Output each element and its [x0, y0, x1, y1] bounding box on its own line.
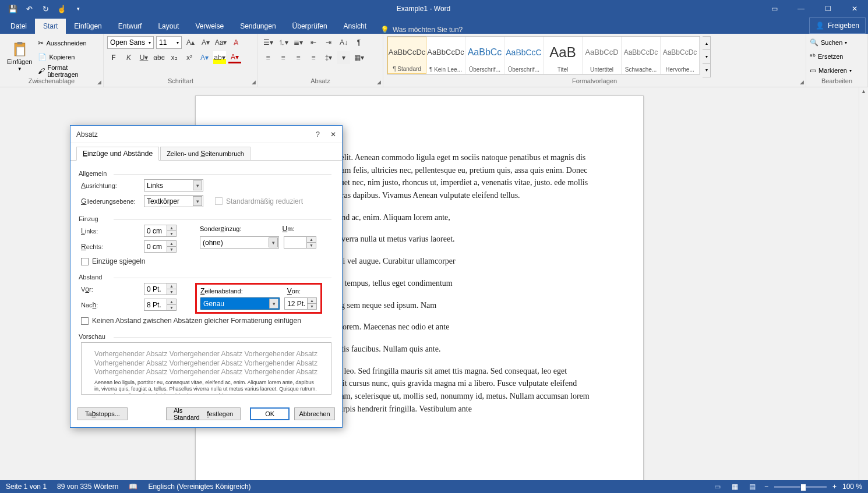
- special-indent-dropdown[interactable]: (ohne)▾: [200, 236, 279, 249]
- font-color-button[interactable]: A▾: [228, 52, 241, 63]
- decrease-indent-button[interactable]: ⇤: [307, 36, 320, 49]
- language-indicator[interactable]: Englisch (Vereinigtes Königreich): [148, 483, 250, 491]
- maximize-icon[interactable]: ☐: [814, 0, 841, 17]
- style-item[interactable]: AaBbCcÜberschrif...: [465, 37, 504, 74]
- paragraph-launcher-icon[interactable]: ◢: [377, 79, 381, 85]
- align-right-button[interactable]: ≡: [292, 51, 305, 64]
- zoom-slider[interactable]: [774, 486, 827, 488]
- paste-button[interactable]: Einfügen ▼: [3, 36, 36, 77]
- tab-design[interactable]: Entwurf: [110, 19, 150, 34]
- dialog-tab-breaks[interactable]: Zeilen- und Seitenumbruch: [160, 147, 250, 160]
- styles-launcher-icon[interactable]: ◢: [800, 79, 804, 85]
- indent-right-spinner[interactable]: 0 cm▲▼: [144, 240, 177, 253]
- style-item[interactable]: AaBbCcDc¶ Standard: [387, 37, 426, 74]
- line-spacing-dropdown[interactable]: Genau▾: [200, 297, 280, 310]
- qat-undo-icon[interactable]: ↶: [21, 1, 37, 17]
- ribbon-display-icon[interactable]: ▭: [761, 0, 788, 17]
- indent-left-spinner[interactable]: 0 cm▲▼: [144, 225, 177, 237]
- scroll-up-icon[interactable]: ▲: [861, 88, 866, 97]
- close-icon[interactable]: ✕: [330, 130, 336, 139]
- zoom-in-icon[interactable]: +: [832, 483, 837, 491]
- word-count[interactable]: 89 von 335 Wörtern: [57, 483, 118, 491]
- subscript-button[interactable]: x₂: [168, 51, 181, 64]
- tab-file[interactable]: Datei: [2, 19, 35, 34]
- sort-button[interactable]: A↓: [337, 36, 350, 49]
- multilevel-button[interactable]: ≣▾: [292, 36, 305, 49]
- bullets-button[interactable]: ☰▾: [262, 36, 274, 49]
- alignment-dropdown[interactable]: Links▾: [144, 179, 203, 191]
- outline-dropdown[interactable]: Textkörper▾: [144, 195, 203, 207]
- no-space-checkbox[interactable]: [81, 317, 89, 325]
- tab-insert[interactable]: Einfügen: [66, 19, 110, 34]
- style-item[interactable]: AaBbCcDcSchwache...: [622, 37, 661, 74]
- styles-scroll-down[interactable]: ▾: [703, 49, 710, 63]
- cut-button[interactable]: ✂Ausschneiden: [38, 37, 100, 49]
- space-after-spinner[interactable]: 8 Pt.▲▼: [144, 299, 177, 311]
- web-layout-icon[interactable]: ▤: [747, 481, 758, 492]
- justify-button[interactable]: ≡: [307, 51, 320, 64]
- numbering-button[interactable]: ⒈▾: [277, 36, 290, 49]
- format-painter-button[interactable]: 🖌Format übertragen: [38, 65, 100, 77]
- shrink-font-button[interactable]: A▾: [199, 36, 212, 49]
- styles-gallery[interactable]: AaBbCcDc¶ StandardAaBbCcDc¶ Kein Lee...A…: [387, 36, 700, 75]
- share-button[interactable]: 👤Freigeben: [809, 17, 866, 34]
- minimize-icon[interactable]: —: [788, 0, 814, 17]
- indent-by-spinner[interactable]: ▲▼: [284, 236, 316, 249]
- qat-customize-icon[interactable]: ▾: [70, 1, 86, 17]
- align-center-button[interactable]: ≡: [277, 51, 290, 64]
- tab-mailings[interactable]: Sendungen: [232, 19, 284, 34]
- clear-format-button[interactable]: A̷: [230, 36, 242, 49]
- copy-button[interactable]: 📄Kopieren: [38, 51, 100, 63]
- qat-save-icon[interactable]: 💾: [5, 1, 21, 17]
- style-item[interactable]: AaBbCcDcHervorhe...: [661, 37, 700, 74]
- print-layout-icon[interactable]: ▦: [729, 481, 741, 492]
- styles-scroll-up[interactable]: ▴: [703, 37, 710, 49]
- grow-font-button[interactable]: A▴: [184, 36, 197, 49]
- increase-indent-button[interactable]: ⇥: [322, 36, 335, 49]
- proofing-icon[interactable]: 📖: [129, 483, 137, 491]
- mirror-indent-checkbox[interactable]: [81, 258, 89, 265]
- font-launcher-icon[interactable]: ◢: [252, 79, 256, 85]
- replace-button[interactable]: ᵃᵇErsetzen: [810, 50, 852, 63]
- ok-button[interactable]: OK: [250, 407, 290, 420]
- bold-button[interactable]: F: [107, 51, 120, 64]
- find-button[interactable]: 🔍Suchen▾: [810, 36, 852, 49]
- tell-me-search[interactable]: 💡Was möchten Sie tun?: [380, 26, 463, 34]
- set-default-button[interactable]: Als Standard festlegen: [166, 407, 241, 420]
- font-size-combo[interactable]: 11▾: [156, 36, 182, 49]
- align-left-button[interactable]: ≡: [262, 51, 274, 64]
- change-case-button[interactable]: Aa▾: [214, 36, 227, 49]
- font-name-combo[interactable]: Open Sans▾: [107, 36, 154, 49]
- styles-more[interactable]: ▾: [703, 63, 710, 77]
- highlight-button[interactable]: ab▾: [213, 51, 226, 64]
- style-item[interactable]: AaBbCcDc¶ Kein Lee...: [426, 37, 465, 74]
- cancel-button[interactable]: Abbrechen: [294, 407, 335, 420]
- space-before-spinner[interactable]: 0 Pt.▲▼: [144, 283, 177, 295]
- dialog-tab-indent[interactable]: Einzüge und Abstände: [76, 147, 159, 161]
- tab-review[interactable]: Überprüfen: [284, 19, 336, 34]
- close-icon[interactable]: ✕: [841, 0, 868, 17]
- zoom-out-icon[interactable]: −: [764, 483, 768, 491]
- style-item[interactable]: AaBTitel: [544, 37, 583, 74]
- help-icon[interactable]: ?: [316, 130, 320, 139]
- select-button[interactable]: ▭Markieren▾: [810, 64, 852, 77]
- style-item[interactable]: AaBbCcDUntertitel: [583, 37, 622, 74]
- tab-layout[interactable]: Layout: [150, 19, 187, 34]
- shading-button[interactable]: ▾: [337, 51, 350, 64]
- strike-button[interactable]: abc: [153, 51, 165, 64]
- line-spacing-button[interactable]: ‡▾: [322, 51, 335, 64]
- line-spacing-at-spinner[interactable]: 12 Pt.▲▼: [284, 297, 317, 310]
- underline-button[interactable]: U▾: [137, 51, 150, 64]
- tabstops-button[interactable]: Tabstopps...: [77, 407, 128, 420]
- vertical-scrollbar[interactable]: ▲: [859, 87, 868, 480]
- style-item[interactable]: AaBbCcCÜberschrif...: [504, 37, 544, 74]
- page-indicator[interactable]: Seite 1 von 1: [6, 483, 47, 491]
- tab-home[interactable]: Start: [35, 19, 66, 34]
- qat-redo-icon[interactable]: ↻: [37, 1, 54, 17]
- read-mode-icon[interactable]: ▭: [712, 481, 724, 492]
- borders-button[interactable]: ▦▾: [352, 51, 365, 64]
- tab-view[interactable]: Ansicht: [336, 19, 375, 34]
- italic-button[interactable]: K: [122, 51, 135, 64]
- zoom-level[interactable]: 100 %: [842, 483, 862, 491]
- show-marks-button[interactable]: ¶: [352, 36, 365, 49]
